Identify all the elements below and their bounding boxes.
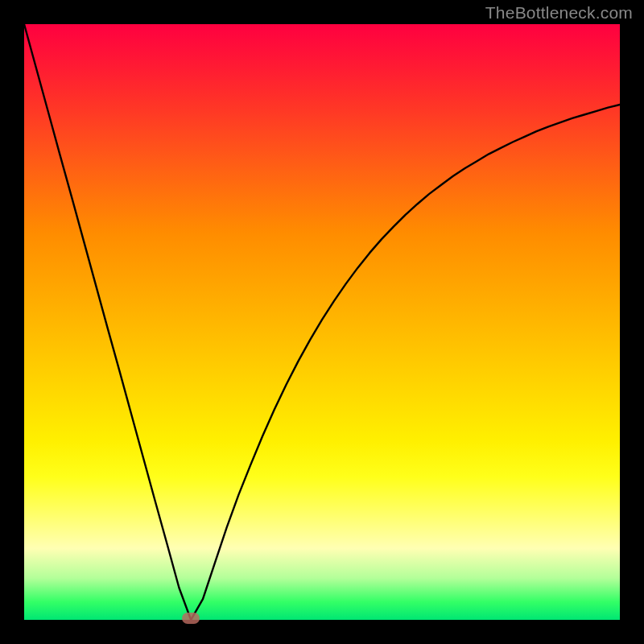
chart-frame: TheBottleneck.com [0,0,644,644]
bottleneck-marker [182,613,200,624]
watermark-text: TheBottleneck.com [485,3,633,23]
bottleneck-curve [24,24,620,620]
chart-plot-area [24,24,620,620]
curve-path [24,24,620,620]
